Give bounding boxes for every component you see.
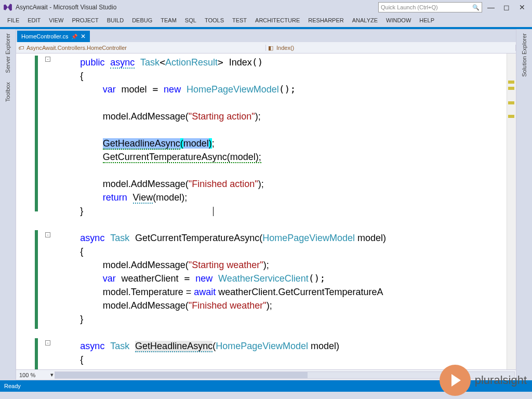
type-hpvm: HomePageViewModel [262,233,355,243]
ident: model [103,300,128,311]
window-title: AsyncAwait - Microsoft Visual Studio [16,4,116,11]
end: ); [263,260,269,270]
status-text: Ready [4,383,21,389]
arg: model [183,138,209,149]
document-tab-row: HomeController.cs 📌 ✕ [16,30,516,42]
menu-file[interactable]: FILE [3,17,23,23]
workarea: Server Explorer Toolbox HomeController.c… [0,29,532,380]
paren: ( [180,138,183,149]
arg: model) [308,341,339,351]
change-marker [35,338,38,369]
track-mark [508,115,514,118]
nav-type-dropdown[interactable]: 🏷 AsyncAwait.Controllers.HomeController [16,45,266,51]
menu-architecture[interactable]: ARCHITECTURE [251,17,304,23]
type-task: Task [110,341,129,351]
vs-logo-icon [3,3,12,12]
ident: model [103,260,128,270]
expr: weatherClient.GetCurrentTemperatureA [216,287,383,297]
server-explorer-tab[interactable]: Server Explorer [4,31,12,75]
search-icon: 🔍 [472,4,480,11]
arg: (model); [153,192,187,203]
kw-await: await [194,287,216,297]
nav-member-label: Index() [276,45,294,51]
tab-label: HomeController.cs [21,33,68,39]
zoom-dropdown[interactable]: 100 % [19,372,50,378]
tab-homecontroller[interactable]: HomeController.cs 📌 ✕ [17,31,90,42]
nav-member-dropdown[interactable]: ◧ Index() [266,45,516,51]
menu-resharper[interactable]: RESHARPER [304,17,348,23]
quick-launch-input[interactable]: Quick Launch (Ctrl+Q) 🔍 [378,2,482,12]
menu-analyze[interactable]: ANALYZE [348,17,382,23]
menu-help[interactable]: HELP [415,17,438,23]
maximize-button[interactable]: ◻ [500,2,513,12]
end: ); [258,179,264,189]
brace: { [80,354,83,365]
close-button[interactable]: ✕ [515,2,529,12]
scroll-track-map[interactable] [507,54,516,369]
gutter: - - - [16,54,45,369]
chevron-down-icon[interactable]: ▾ [50,371,54,378]
menu-view[interactable]: VIEW [45,17,68,23]
arg: model) [355,233,386,243]
type-hpvm: HomePageViewModel [216,341,308,351]
kw-new: new [195,273,212,284]
method-getheadline: GetHeadlineAsync [135,341,212,352]
call: .AddMessage( [128,179,189,189]
solution-explorer-tab[interactable]: Solution Explorer [520,31,528,79]
pluralsight-watermark: pluralsight [440,365,527,396]
track-mark [508,101,514,104]
text-cursor-icon [213,207,214,216]
call-getheadlineasync: GetHeadlineAsync [103,138,180,150]
type-hpvm: HomePageViewModel [187,84,279,95]
menu-build[interactable]: BUILD [103,17,128,23]
toolbox-tab[interactable]: Toolbox [4,80,12,104]
outline-collapse-icon[interactable]: - [45,232,50,237]
semi: ; [212,138,215,149]
menu-tools[interactable]: TOOLS [201,17,228,23]
outline-collapse-icon[interactable]: - [45,340,50,345]
kw-async: async [110,57,135,69]
minimize-button[interactable]: — [484,2,498,12]
kw-async: async [80,233,104,243]
brace: { [80,246,83,257]
pin-icon[interactable]: 📌 [71,34,77,39]
type-task: Task [110,233,129,243]
brace: { [80,71,83,81]
kw-async: async [80,341,104,351]
string: "Finished action" [189,179,258,189]
end: ); [255,111,261,122]
scroll-thumb[interactable] [55,372,308,378]
menu-sql[interactable]: SQL [181,17,201,23]
menu-debug[interactable]: DEBUG [128,17,156,23]
menu-project[interactable]: PROJECT [68,17,102,23]
menu-window[interactable]: WINDOW [382,17,415,23]
type-task: Task [140,57,159,68]
call: .AddMessage( [128,111,189,122]
close-icon[interactable]: ✕ [81,33,86,40]
kw-var: var [103,84,116,95]
menu-test[interactable]: TEST [228,17,251,23]
ident: weatherClient [122,273,179,284]
expr: model.Temperature = [103,287,194,297]
code-area[interactable]: - - - public async Task<ActionResult> In… [16,54,516,369]
call: .AddMessage( [128,368,189,369]
outline-collapse-icon[interactable]: - [45,57,50,62]
menu-team[interactable]: TEAM [156,17,181,23]
method-getcurrenttemp: GetCurrentTemperatureAsync [135,233,259,243]
type-wsc: WeatherServiceClient [218,273,309,284]
ident-model: model [122,84,147,95]
class-icon: 🏷 [18,45,24,51]
method-index: Index [229,57,252,68]
brace: } [80,314,83,324]
nav-type-label: AsyncAwait.Controllers.HomeController [26,45,127,51]
string: "Starting action" [189,111,255,122]
ident: model [103,179,128,189]
change-marker [35,56,38,211]
code-text[interactable]: public async Task<ActionResult> Index() … [45,54,507,369]
ident: model [103,368,128,369]
quick-launch-placeholder: Quick Launch (Ctrl+Q) [381,4,438,10]
string: "Starting weather" [189,260,263,270]
watermark-text: pluralsight [475,374,527,387]
call-view: View [133,192,153,204]
menu-edit[interactable]: EDIT [23,17,45,23]
